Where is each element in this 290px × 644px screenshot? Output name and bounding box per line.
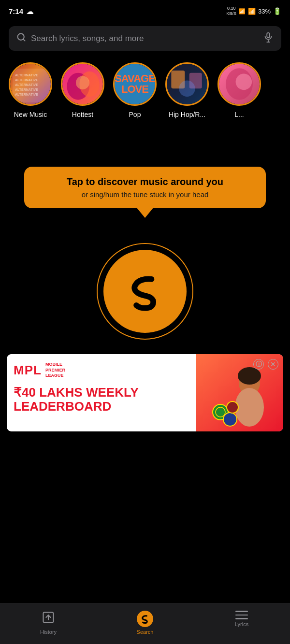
- discover-bubble[interactable]: Tap to discover music around you or sing…: [24, 167, 266, 208]
- category-item-pop[interactable]: SAVAGELOVE Pop: [113, 62, 157, 118]
- svg-line-1: [23, 39, 25, 41]
- bottom-nav: History Search Lyrics: [0, 603, 290, 644]
- ad-banner[interactable]: ⓘ ✕ MPL MOBILE PREMIER LEAGUE ₹40 LAKHS …: [7, 354, 283, 431]
- nav-item-history[interactable]: History: [0, 609, 97, 637]
- wifi-icon: 📶: [239, 8, 246, 14]
- hamburger-line-3: [235, 618, 248, 619]
- category-label-hiphop: Hip Hop/R...: [169, 111, 205, 118]
- category-circle-latin: [218, 62, 261, 106]
- shazam-button-container: [0, 243, 290, 340]
- svg-point-15: [179, 81, 195, 97]
- discover-subtitle: or sing/hum the tune stuck in your head: [38, 190, 252, 199]
- svg-text:ALTERNATIVE: ALTERNATIVE: [15, 83, 38, 86]
- svg-point-24: [223, 413, 237, 426]
- category-label-hottest: Hottest: [72, 111, 93, 118]
- battery-icon: 🔋: [273, 7, 281, 15]
- battery-text: 33%: [258, 8, 271, 15]
- nav-item-lyrics[interactable]: Lyrics: [193, 609, 290, 629]
- nav-label-history: History: [40, 629, 57, 635]
- mic-icon[interactable]: [263, 32, 274, 45]
- category-item-new-music[interactable]: ALTERNATIVE ALTERNATIVE ALTERNATIVE ALTE…: [9, 62, 52, 118]
- lyrics-icon: [235, 611, 248, 619]
- svg-point-23: [216, 407, 225, 417]
- status-icons: 0.10KB/S 📶 📶 33% 🔋: [226, 6, 281, 16]
- nav-label-lyrics: Lyrics: [235, 621, 248, 627]
- ad-left-panel: MPL MOBILE PREMIER LEAGUE ₹40 LAKHS WEEK…: [7, 354, 196, 431]
- category-circle-new-music: ALTERNATIVE ALTERNATIVE ALTERNATIVE ALTE…: [9, 62, 52, 106]
- ad-close-button[interactable]: ✕: [268, 359, 278, 370]
- svg-text:ALTERNATIVE: ALTERNATIVE: [15, 73, 38, 77]
- category-item-hottest[interactable]: Hottest: [61, 62, 104, 118]
- category-item-hiphop[interactable]: Hip Hop/R...: [165, 62, 209, 118]
- svg-point-21: [235, 388, 264, 427]
- hamburger-line-2: [235, 615, 248, 616]
- shazam-nav-s-icon: [140, 614, 150, 624]
- category-circle-hottest: [61, 62, 104, 106]
- status-bar: 7:14 ☁ 0.10KB/S 📶 📶 33% 🔋: [0, 0, 290, 21]
- signal-icon: 📶: [248, 8, 256, 15]
- status-time: 7:14: [9, 7, 23, 15]
- history-icon: [42, 611, 55, 627]
- hamburger-line-1: [235, 611, 248, 612]
- svg-text:ALTERNATIVE: ALTERNATIVE: [15, 93, 38, 96]
- mpl-subtitle: MOBILE PREMIER LEAGUE: [45, 362, 65, 379]
- ad-info-button[interactable]: ⓘ: [253, 359, 264, 370]
- mpl-logo-area: MPL MOBILE PREMIER LEAGUE: [14, 362, 189, 379]
- svg-text:ALTERNATIVE: ALTERNATIVE: [15, 88, 38, 91]
- ad-controls: ⓘ ✕: [253, 359, 278, 370]
- category-item-latin[interactable]: L...: [218, 62, 261, 118]
- categories-row: ALTERNATIVE ALTERNATIVE ALTERNATIVE ALTE…: [0, 57, 290, 128]
- search-placeholder: Search lyrics, songs, and more: [31, 34, 258, 43]
- category-label-latin: L...: [234, 111, 244, 118]
- shazam-nav-icon: [137, 611, 153, 627]
- ad-headline: ₹40 LAKHS WEEKLY LEADERBOARD: [14, 386, 189, 413]
- search-container: Search lyrics, songs, and more: [0, 21, 290, 57]
- svg-point-25: [227, 401, 238, 413]
- shazam-button[interactable]: [103, 250, 187, 333]
- nav-item-search[interactable]: Search: [97, 609, 193, 637]
- svg-point-12: [76, 76, 89, 89]
- svg-point-20: [238, 367, 261, 385]
- search-icon: [16, 32, 26, 44]
- category-label-new-music: New Music: [14, 111, 47, 118]
- speed-indicator: 0.10KB/S: [226, 6, 236, 16]
- category-label-pop: Pop: [129, 111, 141, 118]
- mpl-logo: MPL: [14, 363, 42, 378]
- category-circle-pop: SAVAGELOVE: [113, 62, 157, 106]
- discover-section: Tap to discover music around you or sing…: [0, 128, 290, 218]
- category-circle-hiphop: [165, 62, 209, 106]
- nav-label-search: Search: [137, 629, 154, 635]
- ad-content: MPL MOBILE PREMIER LEAGUE ₹40 LAKHS WEEK…: [7, 354, 283, 431]
- shazam-outer-ring[interactable]: [97, 243, 193, 340]
- cloud-icon: ☁: [26, 7, 34, 16]
- shazam-s-icon: [123, 270, 167, 313]
- svg-text:ALTERNATIVE: ALTERNATIVE: [15, 78, 38, 82]
- svg-point-17: [236, 74, 252, 90]
- savage-love-text: SAVAGELOVE: [115, 73, 155, 95]
- svg-rect-2: [267, 33, 270, 38]
- search-bar[interactable]: Search lyrics, songs, and more: [9, 26, 281, 51]
- discover-title: Tap to discover music around you: [38, 176, 252, 187]
